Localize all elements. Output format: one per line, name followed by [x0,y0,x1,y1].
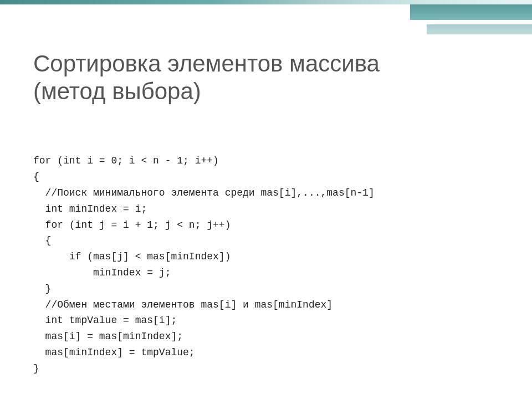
slide: Сортировка элементов массива (метод выбо… [0,0,532,399]
code-line: for (int j = i + 1; j < n; j++) [33,217,499,233]
code-line: //Обмен местами элементов mas[i] и mas[m… [33,297,499,313]
code-line: } [33,281,499,297]
slide-title: Сортировка элементов массива (метод выбо… [33,50,466,106]
code-line: mas[i] = mas[minIndex]; [33,329,499,345]
code-line: { [33,169,499,185]
code-line: if (mas[j] < mas[minIndex]) [33,249,499,265]
code-block: for (int i = 0; i < n - 1; i++){ //Поиск… [33,121,499,377]
right-bar-1 [410,4,532,20]
code-line: int minIndex = i; [33,201,499,217]
code-line: mas[minIndex] = tmpValue; [33,345,499,361]
code-line: int tmpValue = mas[i]; [33,313,499,329]
right-decoration [410,0,532,50]
title-line2: (метод выбора) [33,78,201,104]
code-line: for (int i = 0; i < n - 1; i++) [33,153,499,169]
code-line: { [33,233,499,249]
right-bar-2 [427,24,532,34]
title-line1: Сортировка элементов массива [33,50,380,76]
code-line: //Поиск минимального элемента среди mas[… [33,185,499,201]
code-line: minIndex = j; [33,265,499,281]
code-line: } [33,361,499,377]
